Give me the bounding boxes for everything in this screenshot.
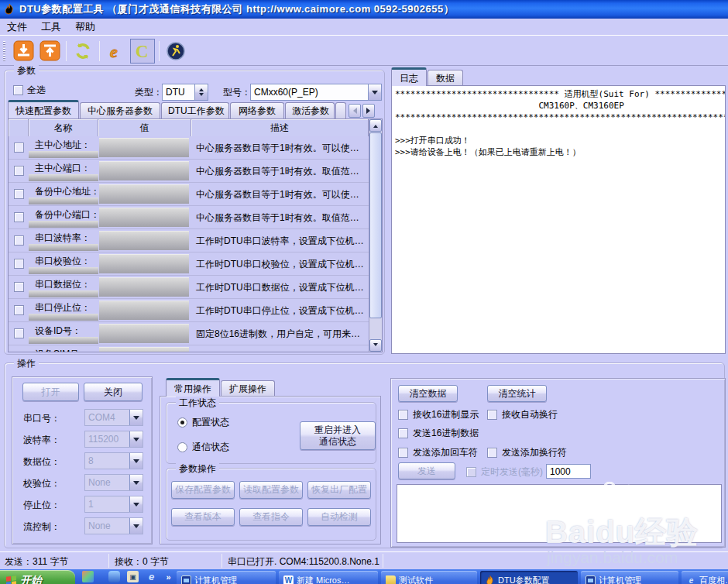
refresh-button[interactable] [70,39,95,64]
scroll-up-icon[interactable] [369,119,382,132]
stop-bits-select[interactable]: 1 [84,496,143,513]
close-port-button[interactable]: 关闭 [84,383,143,401]
ie-icon[interactable]: e [146,571,157,582]
param-value-field[interactable] [98,345,191,352]
send-button[interactable]: 发送 [398,462,455,479]
tab-quick-config[interactable]: 快速配置参数 [8,100,79,119]
clear-stats-button[interactable]: 清空统计 [487,385,547,402]
log-text: ******************************** 适用机型(Su… [395,88,725,158]
taskbar-item-baidu[interactable]: e 百度相… [682,571,728,584]
clear-data-button[interactable]: 清空数据 [398,385,458,402]
param-value-field[interactable] [98,322,191,345]
scroll-thumb[interactable] [369,132,382,318]
status-recv: 接收：0 字节 [115,555,169,569]
type-spinner[interactable]: DTU [162,84,208,101]
row-checkbox[interactable] [14,212,24,222]
tab-scroll-right-icon[interactable] [362,104,375,118]
row-checkbox[interactable] [14,305,24,315]
row-checkbox[interactable] [14,282,24,292]
table-row: 串口停止位：工作时DTU串口停止位，设置成下位机… [9,299,369,322]
send-hex-checkbox[interactable]: 发送16进制数据 [398,427,479,440]
tab-dtu-work[interactable]: DTU工作参数 [161,102,229,119]
scroll-down-icon[interactable] [369,339,382,352]
menu-tools[interactable]: 工具 [34,19,68,36]
tab-data[interactable]: 数据 [428,70,463,86]
param-value-field[interactable] [98,229,191,252]
row-checkbox[interactable] [14,352,24,352]
taskbar-item-test-folder[interactable]: 测试软件 [381,571,477,584]
tab-extended-ops[interactable]: 扩展操作 [221,380,275,397]
param-value-field[interactable] [98,206,191,228]
taskbar-item-word-doc[interactable]: W 新建 Micros… [279,571,378,584]
radio-selected-icon[interactable] [177,417,187,428]
auto-detect-button[interactable]: 自动检测 [307,508,371,526]
tab-scroll-left-icon[interactable] [349,104,361,118]
select-all-box[interactable] [13,85,23,95]
taskbar-item-computer-mgmt-2[interactable]: 计算机管理 [581,571,678,584]
explorer-icon[interactable]: ▣ [127,571,139,582]
timed-send-checkbox[interactable]: 定时发送(毫秒) [466,465,543,479]
interval-input[interactable] [546,464,591,479]
param-value-field[interactable] [98,183,191,205]
titlebar[interactable]: DTU参数配置工具 （厦门才茂通信科技有限公司 http://www.caimo… [0,0,728,19]
show-desktop-icon[interactable] [82,571,94,582]
spinner-updown-icon[interactable] [194,84,208,100]
row-checkbox[interactable] [14,259,24,269]
download-params-button[interactable] [11,39,36,64]
view-version-button[interactable]: 查看版本 [171,508,235,526]
open-port-button[interactable]: 打开 [22,383,79,401]
row-checkbox[interactable] [14,235,24,246]
recv-hex-checkbox[interactable]: 接收16进制显示 [398,408,479,421]
param-value-field[interactable] [98,136,191,159]
taskbar-item-dtu-config[interactable]: DTU参数配置 [480,571,578,584]
param-value-field[interactable] [98,160,191,182]
e-tool-button[interactable]: e [104,39,129,64]
read-config-button[interactable]: 读取配置参数 [239,481,303,499]
run-tool-button[interactable] [163,39,188,64]
view-commands-button[interactable]: 查看指令 [239,508,303,526]
select-all-checkbox[interactable]: 全选 [13,84,46,97]
tab-activate[interactable]: 激活参数 [285,102,335,119]
tab-partial[interactable] [335,102,346,119]
send-cr-checkbox[interactable]: 发送添加回车符 [398,446,478,459]
menu-help[interactable]: 帮助 [68,19,102,36]
messenger-icon[interactable] [108,571,120,582]
parity-select[interactable]: None [84,474,143,491]
row-checkbox[interactable] [14,328,24,338]
tab-network[interactable]: 网络参数 [230,102,284,119]
restart-enter-comm-button[interactable]: 重启并进入 通信状态 [300,421,376,450]
chevron-down-icon[interactable] [368,84,381,100]
send-textarea[interactable] [397,484,722,543]
com-port-select[interactable]: COM4 [84,409,143,426]
save-config-button[interactable]: 保存配置参数 [171,481,235,499]
table-scrollbar[interactable] [369,119,382,352]
row-checkbox[interactable] [14,189,24,199]
overflow-chevron-icon[interactable]: » [163,571,174,582]
toolbar-grip[interactable] [3,41,5,61]
param-value-field[interactable] [98,252,191,275]
tab-common-ops[interactable]: 常用操作 [166,378,220,397]
comm-state-radio[interactable]: 通信状态 [177,441,229,454]
config-state-radio[interactable]: 配置状态 [177,416,229,429]
svg-text:e: e [110,42,118,61]
data-bits-select[interactable]: 8 [84,452,143,469]
param-value-field[interactable] [98,299,191,321]
flow-control-select[interactable]: None [84,517,143,534]
taskbar-item-computer-mgmt[interactable]: 计算机管理 [177,571,276,584]
send-lf-checkbox[interactable]: 发送添加换行符 [487,446,567,459]
tab-log[interactable]: 日志 [391,67,427,86]
row-checkbox[interactable] [14,143,24,153]
factory-reset-button[interactable]: 恢复出厂配置 [307,481,371,499]
recv-newline-checkbox[interactable]: 接收自动换行 [487,408,558,421]
c-tool-button[interactable]: C [130,39,155,64]
model-select[interactable]: CMxx60(P_EP) [250,84,382,101]
start-button[interactable]: 开始 [0,570,75,584]
row-checkbox[interactable] [14,166,24,176]
log-area[interactable]: ******************************** 适用机型(Su… [391,85,726,354]
tab-center-server[interactable]: 中心服务器参数 [80,102,160,119]
param-value-field[interactable] [98,276,191,298]
upload-params-button[interactable] [37,39,62,64]
menu-file[interactable]: 文件 [0,19,34,36]
baud-rate-select[interactable]: 115200 [84,431,143,448]
radio-icon[interactable] [177,442,187,452]
